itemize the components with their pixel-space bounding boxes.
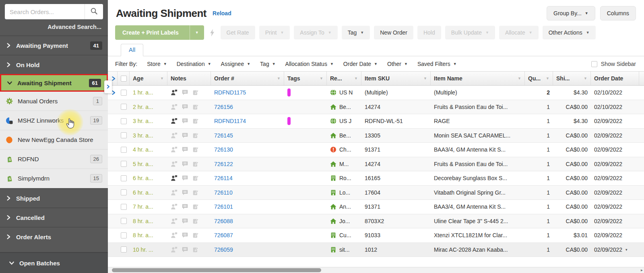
assign-user-icon[interactable] xyxy=(171,203,178,210)
order-number-link[interactable]: 726122 xyxy=(214,161,233,167)
filter-other[interactable]: Other▼ xyxy=(387,61,408,67)
column-header-name[interactable]: Item Name▼ xyxy=(431,72,525,85)
note-bubble-icon[interactable] xyxy=(182,89,189,96)
note-bubble-icon[interactable] xyxy=(182,175,189,181)
edit-note-icon[interactable] xyxy=(192,118,199,124)
sidebar-item-rdfnd[interactable]: SRDFND26 xyxy=(0,150,108,169)
sidebar-item-manual-orders[interactable]: Manual Orders1 xyxy=(0,92,108,111)
note-bubble-icon[interactable] xyxy=(182,118,189,124)
search-button[interactable] xyxy=(85,4,103,19)
note-bubble-icon[interactable] xyxy=(182,146,189,153)
filter-saved-filters[interactable]: Saved Filters▼ xyxy=(417,61,457,67)
column-header-date[interactable]: Order Date xyxy=(591,72,639,85)
sort-caret-icon[interactable]: ▼ xyxy=(516,76,521,80)
row-checkbox[interactable] xyxy=(121,118,127,124)
sidebar-item-cancelled[interactable]: Cancelled xyxy=(0,207,108,227)
row-checkbox[interactable] xyxy=(121,189,127,195)
row-checkbox[interactable] xyxy=(121,147,127,153)
sidebar-item-on-hold[interactable]: On Hold xyxy=(0,55,108,74)
show-sidebar-checkbox[interactable] xyxy=(591,61,597,67)
filter-order-date[interactable]: Order Date▼ xyxy=(343,61,378,67)
sort-caret-icon[interactable]: ▼ xyxy=(318,76,323,80)
tag-pill[interactable] xyxy=(287,88,291,96)
edit-note-icon[interactable] xyxy=(192,146,199,153)
edit-note-icon[interactable] xyxy=(192,132,199,139)
column-header-tags[interactable]: Tags▼ xyxy=(284,72,327,85)
assign-user-icon[interactable] xyxy=(171,161,178,167)
row-menu-caret-icon[interactable]: ▾ xyxy=(625,248,627,252)
assign-user-icon[interactable] xyxy=(171,132,178,139)
row-checkbox[interactable] xyxy=(121,232,127,238)
column-header-recipient[interactable]: Re...▼ xyxy=(327,72,361,85)
note-bubble-icon[interactable] xyxy=(182,246,189,253)
assign-user-icon[interactable] xyxy=(171,89,178,96)
get-rate-button[interactable]: Get Rate xyxy=(221,26,255,39)
sort-caret-icon[interactable]: ▼ xyxy=(582,76,587,80)
edit-note-icon[interactable] xyxy=(192,232,199,238)
filter-tag[interactable]: Tag▼ xyxy=(260,61,276,67)
note-bubble-icon[interactable] xyxy=(182,203,189,210)
column-header-age[interactable]: Age▼ xyxy=(130,72,167,85)
advanced-search-link[interactable]: Advanced Search... xyxy=(5,19,103,34)
dropdown-caret[interactable]: ▼ xyxy=(190,25,204,40)
column-header-sku[interactable]: Item SKU▼ xyxy=(361,72,431,85)
edit-note-icon[interactable] xyxy=(192,104,199,110)
tag-pill[interactable] xyxy=(287,117,291,125)
edit-note-icon[interactable] xyxy=(192,246,199,253)
sidebar-item-awaiting-payment[interactable]: Awaiting Payment41 xyxy=(0,35,108,55)
column-header-order[interactable]: Order #▼ xyxy=(211,72,284,85)
sidebar-collapse-handle[interactable] xyxy=(104,80,112,93)
tab-all[interactable]: All xyxy=(121,44,143,56)
order-number-link[interactable]: RDFND1175 xyxy=(214,89,246,96)
note-bubble-icon[interactable] xyxy=(182,232,189,238)
print-button[interactable]: Print▼ xyxy=(259,26,290,39)
row-checkbox[interactable] xyxy=(121,104,127,110)
sort-caret-icon[interactable]: ▼ xyxy=(544,76,549,80)
assign-user-icon[interactable] xyxy=(171,232,178,238)
columns-button[interactable]: Columns xyxy=(600,6,636,21)
new-order-button[interactable]: New Order xyxy=(374,26,413,39)
assign-user-icon[interactable] xyxy=(171,146,178,153)
expand-all-icon[interactable] xyxy=(111,76,116,81)
assign-user-icon[interactable] xyxy=(171,175,178,181)
allocate-button[interactable]: Allocate▼ xyxy=(499,26,539,39)
sidebar-item-new-newegg-canada-store[interactable]: New NewEgg Canada Store xyxy=(0,130,108,150)
order-number-link[interactable]: RDFND1174 xyxy=(214,118,246,124)
column-header-notes[interactable]: Notes xyxy=(167,72,211,85)
order-number-link[interactable]: 726110 xyxy=(214,189,233,196)
row-checkbox[interactable] xyxy=(121,132,127,138)
order-number-link[interactable]: 726088 xyxy=(214,218,233,224)
column-header-ship[interactable]: Shi...▼ xyxy=(553,72,591,85)
row-checkbox[interactable] xyxy=(121,218,127,224)
row-checkbox[interactable] xyxy=(121,90,127,96)
assign-user-icon[interactable] xyxy=(171,104,178,110)
order-number-link[interactable]: 726114 xyxy=(214,175,233,181)
edit-note-icon[interactable] xyxy=(192,89,199,96)
row-checkbox[interactable] xyxy=(121,204,127,210)
group-by-button[interactable]: Group By...▼ xyxy=(547,6,595,21)
assign-user-icon[interactable] xyxy=(171,189,178,196)
sort-caret-icon[interactable]: ▼ xyxy=(422,76,427,80)
hold-button[interactable]: Hold xyxy=(417,26,441,39)
create-print-labels-button[interactable]: Create + Print Labels▼ xyxy=(115,25,204,40)
assign-user-icon[interactable] xyxy=(171,218,178,224)
filter-destination[interactable]: Destination▼ xyxy=(177,61,211,67)
select-all-checkbox[interactable] xyxy=(121,76,127,82)
order-number-link[interactable]: 726059 xyxy=(214,246,233,253)
edit-note-icon[interactable] xyxy=(192,218,199,224)
sidebar-item-open-batches[interactable]: Open Batches xyxy=(0,252,108,273)
order-number-link[interactable]: 726145 xyxy=(214,132,233,139)
sidebar-item-simplymdrn[interactable]: SSimplymdrn15 xyxy=(0,169,108,188)
filter-store[interactable]: Store▼ xyxy=(147,61,167,67)
bulk-update-button[interactable]: Bulk Update▼ xyxy=(445,26,495,39)
sidebar-item-mshz-linnworks[interactable]: MSHZ Linnworks19 xyxy=(0,111,108,130)
edit-note-icon[interactable] xyxy=(192,175,199,181)
sidebar-item-awaiting-shipment[interactable]: Awaiting Shipment61 xyxy=(0,74,108,92)
edit-note-icon[interactable] xyxy=(192,161,199,167)
scrollbar-right-arrow-icon[interactable]: ▸ xyxy=(641,268,643,272)
order-number-link[interactable]: 726101 xyxy=(214,203,233,210)
row-checkbox[interactable] xyxy=(121,246,127,252)
note-bubble-icon[interactable] xyxy=(182,161,189,167)
order-number-link[interactable]: 726156 xyxy=(214,104,233,110)
note-bubble-icon[interactable] xyxy=(182,132,189,139)
